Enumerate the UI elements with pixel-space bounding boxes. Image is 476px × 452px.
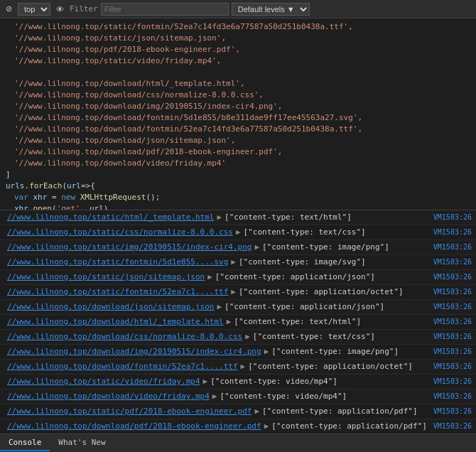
result-row[interactable]: //www.lilnong.top/download/img/20190515/… <box>0 345 476 360</box>
code-line: urls.forEach(url=>{ <box>0 181 476 192</box>
result-content-type: ["content-type: video/mp4"] <box>220 390 427 403</box>
bottom-tabs: Console What's New <box>0 434 476 452</box>
result-url[interactable]: //www.lilnong.top/static/html/_template.… <box>7 211 214 224</box>
result-row[interactable]: //www.lilnong.top/download/css/normalize… <box>0 330 476 345</box>
code-line <box>0 67 476 78</box>
result-row[interactable]: //www.lilnong.top/static/pdf/2018-ebook-… <box>0 404 476 419</box>
result-url[interactable]: //www.lilnong.top/download/video/friday.… <box>7 390 210 403</box>
result-content-type: ["content-type: text/css"] <box>244 226 428 239</box>
result-row[interactable]: //www.lilnong.top/download/fontmin/52ea7… <box>0 360 476 375</box>
code-line: '//www.lilnong.top/download/video/friday… <box>0 158 476 169</box>
code-line: xhr.open('get', url) <box>0 203 476 210</box>
result-arrow-icon: ▶ <box>264 345 269 358</box>
result-source[interactable]: VM1503:26 <box>433 271 472 284</box>
log-level-select[interactable]: Default levels ▼ <box>232 3 310 16</box>
result-source[interactable]: VM1503:26 <box>433 256 472 269</box>
result-row[interactable]: //www.lilnong.top/download/video/friday.… <box>0 389 476 404</box>
result-source[interactable]: VM1503:26 <box>433 301 472 313</box>
context-select[interactable]: top <box>18 3 50 16</box>
code-line: '//www.lilnong.top/static/video/friday.m… <box>0 55 476 67</box>
result-source[interactable]: VM1503:26 <box>433 405 472 418</box>
result-url[interactable]: //www.lilnong.top/download/html/_templat… <box>7 316 224 328</box>
result-content-type: ["content-type: application/octet"] <box>248 360 428 373</box>
result-url[interactable]: //www.lilnong.top/static/pdf/2018-ebook-… <box>7 405 251 418</box>
result-url[interactable]: //www.lilnong.top/download/json/sitemap.… <box>7 301 214 313</box>
filter-input[interactable] <box>101 3 229 16</box>
result-content-type: ["content-type: text/html"] <box>225 211 428 224</box>
result-source[interactable]: VM1503:26 <box>433 241 472 254</box>
result-content-type: ["content-type: image/svg"] <box>239 256 428 269</box>
result-arrow-icon: ▶ <box>217 301 222 313</box>
devtools-toolbar: ⊘ top 👁 Filter Default levels ▼ <box>0 0 476 18</box>
tab-whats-new[interactable]: What's New <box>50 435 114 451</box>
result-content-type: ["content-type: application/pdf"] <box>262 405 428 418</box>
code-line: '//www.lilnong.top/download/img/20190515… <box>0 101 476 112</box>
result-arrow-icon: ▶ <box>264 420 269 433</box>
result-arrow-icon: ▶ <box>245 330 250 343</box>
result-url[interactable]: //www.lilnong.top/static/img/20190515/in… <box>7 241 251 254</box>
result-content-type: ["content-type: image/png"] <box>271 345 428 358</box>
result-url[interactable]: //www.lilnong.top/static/css/normalize-8… <box>7 226 233 239</box>
result-arrow-icon: ▶ <box>203 375 208 388</box>
result-row[interactable]: //www.lilnong.top/static/video/friday.mp… <box>0 375 476 389</box>
result-source[interactable]: VM1503:26 <box>433 316 472 328</box>
result-row[interactable]: //www.lilnong.top/static/fontmin/5d1e855… <box>0 255 476 270</box>
code-line: '//www.lilnong.top/download/css/normaliz… <box>0 90 476 101</box>
result-row[interactable]: //www.lilnong.top/static/json/sitemap.js… <box>0 270 476 285</box>
result-arrow-icon: ▶ <box>241 360 246 373</box>
result-source[interactable]: VM1503:26 <box>433 345 472 358</box>
result-url[interactable]: //www.lilnong.top/static/fontmin/52ea7c1… <box>7 286 228 298</box>
eye-button[interactable]: 👁 <box>53 4 67 15</box>
result-source[interactable]: VM1503:26 <box>433 330 472 343</box>
result-arrow-icon: ▶ <box>217 211 222 224</box>
results-panel: //www.lilnong.top/static/html/_template.… <box>0 210 476 434</box>
result-arrow-icon: ▶ <box>254 405 259 418</box>
result-source[interactable]: VM1503:26 <box>433 420 472 433</box>
code-line: '//www.lilnong.top/download/fontmin/52ea… <box>0 124 476 135</box>
result-source[interactable]: VM1503:26 <box>433 286 472 298</box>
result-source[interactable]: VM1503:26 <box>433 375 472 388</box>
result-arrow-icon: ▶ <box>212 390 217 403</box>
result-url[interactable]: //www.lilnong.top/download/fontmin/52ea7… <box>7 360 238 373</box>
stop-button[interactable]: ⊘ <box>3 3 15 15</box>
filter-label: Filter <box>70 4 98 14</box>
result-source[interactable]: VM1503:26 <box>433 211 472 224</box>
result-url[interactable]: //www.lilnong.top/download/pdf/2018-eboo… <box>7 420 261 433</box>
result-source[interactable]: VM1503:26 <box>433 390 472 403</box>
result-row[interactable]: //www.lilnong.top/download/html/_templat… <box>0 315 476 330</box>
result-row[interactable]: //www.lilnong.top/download/pdf/2018-eboo… <box>0 419 476 434</box>
result-content-type: ["content-type: application/json"] <box>225 301 428 313</box>
result-url[interactable]: //www.lilnong.top/download/css/normalize… <box>7 330 242 343</box>
result-row[interactable]: //www.lilnong.top/static/fontmin/52ea7c1… <box>0 285 476 300</box>
code-line: '//www.lilnong.top/static/fontmin/52ea7c… <box>0 21 476 33</box>
code-line: '//www.lilnong.top/pdf/2018-ebook-engine… <box>0 44 476 55</box>
result-row[interactable]: //www.lilnong.top/download/json/sitemap.… <box>0 300 476 315</box>
code-line: '//www.lilnong.top/download/fontmin/5d1e… <box>0 112 476 124</box>
result-url[interactable]: //www.lilnong.top/download/img/20190515/… <box>7 345 261 358</box>
result-arrow-icon: ▶ <box>236 226 241 239</box>
code-line: '//www.lilnong.top/download/html/_templa… <box>0 78 476 90</box>
result-content-type: ["content-type: application/json"] <box>215 271 428 284</box>
result-source[interactable]: VM1503:26 <box>433 226 472 239</box>
code-line: var xhr = new XMLHttpRequest(); <box>0 192 476 203</box>
result-url[interactable]: //www.lilnong.top/static/json/sitemap.js… <box>7 271 205 284</box>
result-row[interactable]: //www.lilnong.top/static/img/20190515/in… <box>0 240 476 255</box>
code-line: '//www.lilnong.top/download/pdf/2018-ebo… <box>0 146 476 158</box>
result-arrow-icon: ▶ <box>227 316 232 328</box>
result-source[interactable]: VM1503:26 <box>433 360 472 373</box>
result-content-type: ["content-type: application/pdf"] <box>271 420 428 433</box>
tab-console[interactable]: Console <box>0 435 50 451</box>
result-row[interactable]: //www.lilnong.top/static/css/normalize-8… <box>0 225 476 240</box>
result-row[interactable]: //www.lilnong.top/static/html/_template.… <box>0 210 476 225</box>
code-panel: '//www.lilnong.top/static/fontmin/52ea7c… <box>0 18 476 210</box>
result-content-type: ["content-type: application/octet"] <box>239 286 428 298</box>
result-content-type: ["content-type: text/css"] <box>253 330 428 343</box>
result-url[interactable]: //www.lilnong.top/static/fontmin/5d1e855… <box>7 256 228 269</box>
result-url[interactable]: //www.lilnong.top/static/video/friday.mp… <box>7 375 200 388</box>
code-line: ] <box>0 169 476 181</box>
result-arrow-icon: ▶ <box>207 271 212 284</box>
result-content-type: ["content-type: text/html"] <box>234 316 428 328</box>
result-content-type: ["content-type: image/png"] <box>262 241 428 254</box>
result-arrow-icon: ▶ <box>231 286 236 298</box>
result-arrow-icon: ▶ <box>254 241 259 254</box>
